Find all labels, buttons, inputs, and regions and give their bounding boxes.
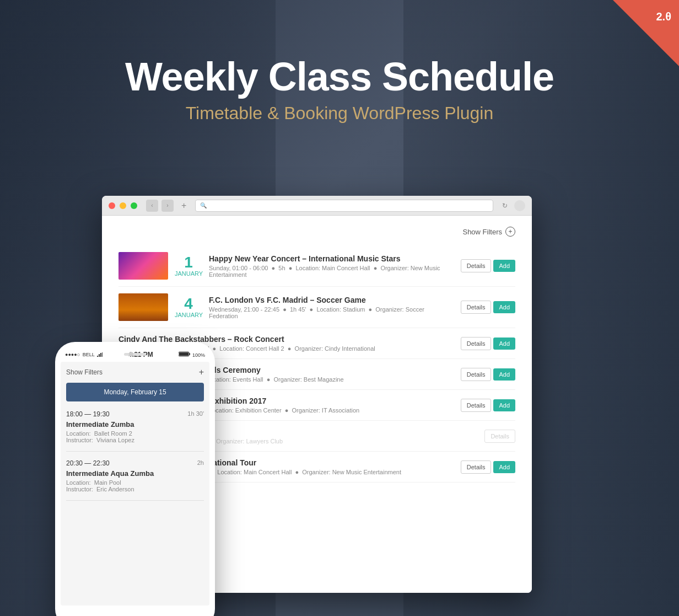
event-actions: Details Add xyxy=(461,368,515,381)
details-button[interactable]: Details xyxy=(484,430,515,443)
main-title: Weekly Class Schedule xyxy=(0,55,679,99)
event-date-block: 4 January xyxy=(175,296,202,318)
phone-event-time-row: 18:00 — 19:30 1h 30' xyxy=(66,410,204,418)
event-month: January xyxy=(175,270,202,277)
show-filters-label: Show Filters xyxy=(462,228,502,236)
phone-speaker xyxy=(124,353,146,356)
phone-frame: ●●●●○ BELL 4:21 PM 100% Show Filters + M… xyxy=(55,342,215,616)
svg-rect-1 xyxy=(189,353,190,355)
browser-titlebar: ‹ › + 🔍 ↻ xyxy=(102,196,532,216)
details-button[interactable]: Details xyxy=(461,399,492,412)
browser-maximize-dot[interactable] xyxy=(131,202,137,209)
sub-title: Timetable & Booking WordPress Plugin xyxy=(0,103,679,124)
event-meta: Sunday, 01:00 - 06:00 ● 5h ● Location: M… xyxy=(209,265,454,278)
browser-forward-button[interactable]: › xyxy=(161,200,174,212)
details-button[interactable]: Details xyxy=(461,301,492,314)
svg-rect-2 xyxy=(179,352,188,356)
event-actions: Details Add xyxy=(461,460,515,474)
browser-refresh-button[interactable]: ↻ xyxy=(502,202,508,210)
phone-carrier: ●●●●○ BELL xyxy=(65,352,103,357)
browser-nav: ‹ › xyxy=(146,200,174,212)
details-button[interactable]: Details xyxy=(461,460,492,474)
table-row: 1 January Happy New Year Concert – Inter… xyxy=(118,245,515,287)
event-actions: Details xyxy=(484,430,515,443)
event-day: 4 xyxy=(175,296,202,312)
stadium-image xyxy=(118,293,168,321)
phone-status-bar: ●●●●○ BELL 4:21 PM 100% xyxy=(61,350,209,362)
details-button[interactable]: Details xyxy=(461,337,492,350)
phone-show-filters-label: Show Filters xyxy=(66,368,103,376)
phone-filters-row: Show Filters + xyxy=(66,367,204,377)
show-filters-row: Show Filters + xyxy=(118,227,515,237)
browser-new-tab[interactable]: + xyxy=(181,201,186,211)
add-button[interactable]: Add xyxy=(493,338,515,350)
add-button[interactable]: Add xyxy=(493,260,515,272)
version-text: 2.θ xyxy=(656,10,672,23)
phone-event-time-row: 20:30 — 22:30 2h xyxy=(66,459,204,467)
phone-event-time-range: 18:00 — 19:30 xyxy=(66,410,110,418)
event-date-block: 1 January xyxy=(175,255,202,277)
phone-event-duration: 1h 30' xyxy=(187,410,204,418)
event-image-container xyxy=(118,252,168,280)
phone-event-name: Intermediate Zumba xyxy=(66,420,204,428)
event-title: F.C. London Vs F.C. Madrid – Soccer Game xyxy=(209,296,454,304)
phone-event-instructor: Instructor: Eric Anderson xyxy=(66,486,204,492)
browser-close-dot[interactable] xyxy=(109,202,115,209)
add-button[interactable]: Add xyxy=(493,461,515,473)
browser-url: 🔍 xyxy=(200,202,207,208)
browser-minimize-dot[interactable] xyxy=(120,202,126,209)
event-day: 1 xyxy=(175,255,202,270)
phone-camera xyxy=(129,352,133,356)
event-month: January xyxy=(175,312,202,318)
details-button[interactable]: Details xyxy=(461,259,492,272)
event-info: Happy New Year Concert – International M… xyxy=(209,254,454,278)
event-info: F.C. London Vs F.C. Madrid – Soccer Game… xyxy=(209,296,454,319)
add-button[interactable]: Add xyxy=(493,399,515,411)
phone-outer: ●●●●○ BELL 4:21 PM 100% Show Filters + M… xyxy=(55,342,215,616)
phone-event-item: 18:00 — 19:30 1h 30' Intermediate Zumba … xyxy=(66,410,204,452)
phone-filters-plus-icon[interactable]: + xyxy=(199,367,204,377)
phone-event-instructor: Instructor: Viviana Lopez xyxy=(66,437,204,443)
phone-content: Show Filters + Monday, February 15 18:00… xyxy=(61,362,209,606)
event-actions: Details Add xyxy=(461,337,515,350)
phone-event-duration: 2h xyxy=(197,459,204,467)
table-row: 4 January F.C. London Vs F.C. Madrid – S… xyxy=(118,287,515,328)
event-meta: Wednesday, 21:00 - 22:45 ● 1h 45' ● Loca… xyxy=(209,306,454,319)
add-button[interactable]: Add xyxy=(493,368,515,381)
phone-event-name: Intermediate Aqua Zumba xyxy=(66,469,204,478)
phone-event-time-range: 20:30 — 22:30 xyxy=(66,459,110,467)
add-button[interactable]: Add xyxy=(493,301,515,313)
show-filters-plus-icon: + xyxy=(505,227,515,237)
phone-event-location: Location: Main Pool xyxy=(66,479,204,486)
browser-addressbar[interactable]: 🔍 xyxy=(195,200,493,212)
phone-event-location: Location: Ballet Room 2 xyxy=(66,430,204,437)
phone-battery: 100% xyxy=(179,351,205,358)
show-filters-button[interactable]: Show Filters + xyxy=(462,227,515,237)
event-actions: Details Add xyxy=(461,301,515,314)
browser-profile xyxy=(514,200,525,211)
header-section: Weekly Class Schedule Timetable & Bookin… xyxy=(0,55,679,124)
event-actions: Details Add xyxy=(461,399,515,412)
event-title: Happy New Year Concert – International M… xyxy=(209,254,454,263)
browser-back-button[interactable]: ‹ xyxy=(146,200,158,212)
event-actions: Details Add xyxy=(461,259,515,272)
phone-date-button[interactable]: Monday, February 15 xyxy=(66,383,204,401)
phone-event-item: 20:30 — 22:30 2h Intermediate Aqua Zumba… xyxy=(66,459,204,501)
version-badge: 2.θ xyxy=(613,0,679,66)
concert-image xyxy=(118,252,168,280)
details-button[interactable]: Details xyxy=(461,368,492,381)
event-image-container xyxy=(118,293,168,321)
